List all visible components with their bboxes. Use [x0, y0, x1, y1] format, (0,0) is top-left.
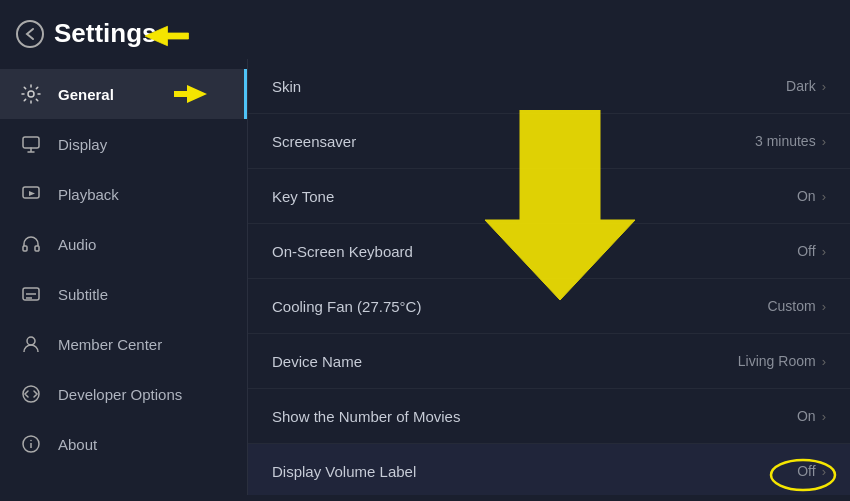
row-label-display-volume-label: Display Volume Label — [272, 463, 416, 480]
row-value-on-screen-keyboard: Off› — [797, 243, 826, 259]
svg-marker-5 — [29, 191, 35, 196]
sidebar-item-subtitle[interactable]: Subtitle — [0, 269, 247, 319]
chevron-icon: › — [822, 79, 826, 94]
gear-icon — [20, 83, 42, 105]
sidebar-item-member-center[interactable]: Member Center — [0, 319, 247, 369]
row-label-device-name: Device Name — [272, 353, 362, 370]
sidebar-label-subtitle: Subtitle — [58, 286, 108, 303]
settings-row-skin[interactable]: SkinDark› — [248, 59, 850, 114]
sidebar-item-general[interactable]: General — [0, 69, 247, 119]
chevron-icon: › — [822, 464, 826, 479]
annotation-arrow-header — [130, 22, 190, 50]
subtitle-icon — [20, 283, 42, 305]
row-label-screensaver: Screensaver — [272, 133, 356, 150]
svg-point-11 — [27, 337, 35, 345]
chevron-icon: › — [822, 134, 826, 149]
info-icon — [20, 433, 42, 455]
monitor-icon — [20, 133, 42, 155]
sidebar-label-developer-options: Developer Options — [58, 386, 182, 403]
chevron-icon: › — [822, 409, 826, 424]
sidebar: GeneralDisplayPlaybackAudioSubtitleMembe… — [0, 59, 248, 495]
svg-marker-2 — [174, 85, 207, 103]
sidebar-label-general: General — [58, 86, 114, 103]
sidebar-label-playback: Playback — [58, 186, 119, 203]
row-value-key-tone: On› — [797, 188, 826, 204]
main-layout: GeneralDisplayPlaybackAudioSubtitleMembe… — [0, 59, 850, 495]
row-value-display-volume-label: Off› — [797, 463, 826, 479]
settings-content: SkinDark›Screensaver3 minutes›Key ToneOn… — [248, 59, 850, 495]
member-icon — [20, 333, 42, 355]
settings-row-on-screen-keyboard[interactable]: On-Screen KeyboardOff› — [248, 224, 850, 279]
sidebar-item-playback[interactable]: Playback — [0, 169, 247, 219]
page-header: Settings — [0, 0, 850, 59]
active-indicator — [244, 69, 247, 119]
row-value-skin: Dark› — [786, 78, 826, 94]
chevron-icon: › — [822, 354, 826, 369]
row-label-on-screen-keyboard: On-Screen Keyboard — [272, 243, 413, 260]
settings-row-key-tone[interactable]: Key ToneOn› — [248, 169, 850, 224]
row-value-show-number-movies: On› — [797, 408, 826, 424]
svg-rect-3 — [23, 137, 39, 148]
svg-marker-0 — [145, 26, 189, 46]
settings-row-show-number-movies[interactable]: Show the Number of MoviesOn› — [248, 389, 850, 444]
row-label-skin: Skin — [272, 78, 301, 95]
sidebar-item-about[interactable]: About — [0, 419, 247, 469]
play-icon — [20, 183, 42, 205]
developer-icon — [20, 383, 42, 405]
chevron-icon: › — [822, 189, 826, 204]
sidebar-item-display[interactable]: Display — [0, 119, 247, 169]
svg-rect-7 — [35, 246, 39, 251]
row-value-cooling-fan: Custom› — [767, 298, 826, 314]
sidebar-label-audio: Audio — [58, 236, 96, 253]
settings-row-cooling-fan[interactable]: Cooling Fan (27.75°C)Custom› — [248, 279, 850, 334]
svg-point-1 — [28, 91, 34, 97]
row-label-key-tone: Key Tone — [272, 188, 334, 205]
sidebar-item-developer-options[interactable]: Developer Options — [0, 369, 247, 419]
headphone-icon — [20, 233, 42, 255]
settings-row-device-name[interactable]: Device NameLiving Room› — [248, 334, 850, 389]
row-value-screensaver: 3 minutes› — [755, 133, 826, 149]
annotation-arrow-general — [172, 83, 227, 105]
chevron-icon: › — [822, 299, 826, 314]
row-value-device-name: Living Room› — [738, 353, 826, 369]
sidebar-item-audio[interactable]: Audio — [0, 219, 247, 269]
sidebar-label-display: Display — [58, 136, 107, 153]
settings-row-screensaver[interactable]: Screensaver3 minutes› — [248, 114, 850, 169]
chevron-icon: › — [822, 244, 826, 259]
back-button[interactable] — [16, 20, 44, 48]
svg-rect-6 — [23, 246, 27, 251]
row-label-cooling-fan: Cooling Fan (27.75°C) — [272, 298, 421, 315]
sidebar-label-member-center: Member Center — [58, 336, 162, 353]
sidebar-label-about: About — [58, 436, 97, 453]
svg-point-15 — [30, 440, 32, 442]
row-label-show-number-movies: Show the Number of Movies — [272, 408, 460, 425]
settings-row-display-volume-label[interactable]: Display Volume LabelOff› — [248, 444, 850, 495]
